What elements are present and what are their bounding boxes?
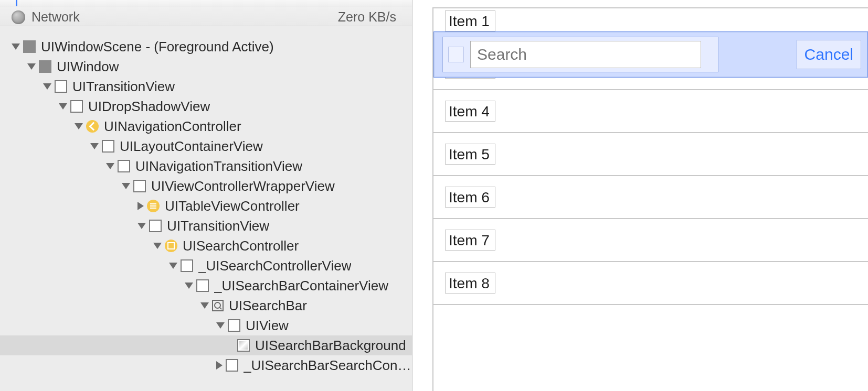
- tree-row[interactable]: UIViewControllerWrapperView: [0, 176, 412, 196]
- view-icon: [133, 180, 146, 192]
- cancel-label: Cancel: [805, 46, 853, 63]
- disclosure-icon[interactable]: [59, 103, 67, 110]
- view-icon: [228, 319, 240, 332]
- simulator-panel: Item 1 Cancel Item 3Item 4Item 5Item 6It…: [412, 0, 868, 391]
- debug-sidebar: Network Zero KB/s UIWindowScene - (Foreg…: [0, 0, 412, 391]
- search-bar-overlay: Cancel: [433, 31, 868, 78]
- cell-label: Item 4: [445, 101, 495, 122]
- search-controller-icon: [165, 240, 177, 252]
- view-icon: [118, 160, 130, 172]
- disclosure-icon[interactable]: [137, 223, 146, 229]
- view-hierarchy-tree[interactable]: UIWindowScene - (Foreground Active)UIWin…: [0, 26, 412, 375]
- view-icon: [181, 259, 193, 272]
- tree-row-label: UIView: [246, 318, 289, 334]
- search-bar-icon: [212, 300, 224, 311]
- image-view-icon: [237, 339, 250, 352]
- disclosure-icon[interactable]: [12, 44, 20, 50]
- disclosure-icon[interactable]: [43, 83, 51, 90]
- cell-label: Item 6: [445, 187, 495, 208]
- tree-row-label: UINavigationTransitionView: [135, 158, 302, 175]
- tree-row[interactable]: UIWindowScene - (Foreground Active): [0, 37, 412, 57]
- table-row[interactable]: Item 6: [433, 176, 868, 219]
- table-controller-icon: [147, 200, 160, 212]
- tree-row-label: _UISearchBarSearchConta...: [244, 357, 412, 374]
- tree-row-label: UISearchController: [183, 238, 299, 254]
- disclosure-icon[interactable]: [216, 322, 225, 329]
- view-icon: [55, 80, 67, 93]
- tree-row[interactable]: UISearchBarBackground: [0, 335, 412, 355]
- tree-row-label: UITransitionView: [72, 79, 175, 95]
- tree-row-label: UITransitionView: [167, 218, 269, 234]
- tree-row[interactable]: UIView: [0, 316, 412, 335]
- globe-icon: [12, 10, 25, 24]
- view-solid-icon: [39, 60, 51, 73]
- tree-row-label: UIViewControllerWrapperView: [151, 178, 335, 194]
- tree-row[interactable]: UISearchController: [0, 236, 412, 256]
- disclosure-icon[interactable]: [106, 163, 114, 169]
- network-row[interactable]: Network Zero KB/s: [0, 6, 412, 26]
- tree-row[interactable]: UINavigationTransitionView: [0, 156, 412, 176]
- cpu-tick-icon: [16, 0, 17, 6]
- tree-row-label: UITableViewController: [165, 198, 300, 214]
- debug-gauges-bar: [0, 0, 412, 6]
- tree-row[interactable]: _UISearchBarSearchConta...: [0, 355, 412, 375]
- nav-controller-icon: [86, 120, 99, 133]
- view-icon: [70, 100, 83, 113]
- view-icon: [149, 220, 162, 232]
- view-icon: [226, 359, 238, 372]
- disclosure-icon[interactable]: [122, 183, 130, 189]
- disclosure-icon[interactable]: [216, 361, 223, 370]
- disclosure-icon[interactable]: [185, 283, 193, 289]
- disclosure-icon[interactable]: [137, 202, 144, 210]
- view-icon: [196, 279, 209, 292]
- table-row[interactable]: Item 7: [433, 219, 868, 262]
- table-view[interactable]: Item 1 Cancel Item 3Item 4Item 5Item 6It…: [433, 8, 868, 391]
- tree-row[interactable]: UITransitionView: [0, 77, 412, 96]
- tree-row-label: UIDropShadowView: [88, 99, 210, 115]
- network-rate: Zero KB/s: [338, 9, 396, 25]
- tree-row[interactable]: UIDropShadowView: [0, 96, 412, 116]
- disclosure-icon[interactable]: [200, 302, 209, 309]
- search-input[interactable]: [470, 41, 701, 68]
- tree-row-label: UISearchBar: [229, 298, 307, 314]
- cell-label: Item 7: [445, 230, 495, 251]
- table-row[interactable]: Item 4: [433, 90, 868, 133]
- tree-row-label: UISearchBarBackground: [255, 338, 406, 354]
- view-solid-icon: [23, 40, 36, 53]
- view-icon: [102, 140, 114, 153]
- tree-row-label: UIWindow: [57, 59, 119, 75]
- tree-row[interactable]: UITransitionView: [0, 216, 412, 236]
- table-row[interactable]: Item 5: [433, 133, 868, 176]
- tree-row[interactable]: _UISearchBarContainerView: [0, 276, 412, 296]
- disclosure-icon[interactable]: [75, 123, 83, 129]
- network-label: Network: [31, 9, 80, 25]
- tree-row[interactable]: _UISearchControllerView: [0, 256, 412, 276]
- table-row[interactable]: Item 8: [433, 262, 868, 305]
- disclosure-icon[interactable]: [27, 63, 36, 70]
- disclosure-icon[interactable]: [90, 143, 99, 149]
- device-frame: Item 1 Cancel Item 3Item 4Item 5Item 6It…: [432, 7, 868, 391]
- tree-row[interactable]: UILayoutContainerView: [0, 136, 412, 156]
- disclosure-icon[interactable]: [153, 243, 162, 249]
- tree-row[interactable]: UITableViewController: [0, 196, 412, 216]
- tree-row-label: _UISearchControllerView: [198, 258, 351, 274]
- tree-row[interactable]: UINavigationController: [0, 116, 412, 136]
- table-row[interactable]: Item 1: [433, 8, 868, 31]
- tree-row-label: UINavigationController: [104, 118, 241, 135]
- tree-row[interactable]: UISearchBar: [0, 296, 412, 316]
- tree-row-label: UILayoutContainerView: [120, 138, 263, 155]
- tree-row-label: UIWindowScene - (Foreground Active): [41, 39, 274, 55]
- cell-label: Item 5: [445, 144, 495, 165]
- disclosure-icon[interactable]: [169, 263, 177, 269]
- cell-label: Item 8: [445, 273, 495, 294]
- search-field-container: [442, 37, 718, 72]
- cancel-button[interactable]: Cancel: [797, 40, 861, 69]
- cell-label: Item 1: [445, 10, 495, 31]
- tree-row-label: _UISearchBarContainerView: [214, 278, 388, 294]
- magnifying-glass-icon: [448, 47, 464, 62]
- tree-row[interactable]: UIWindow: [0, 57, 412, 77]
